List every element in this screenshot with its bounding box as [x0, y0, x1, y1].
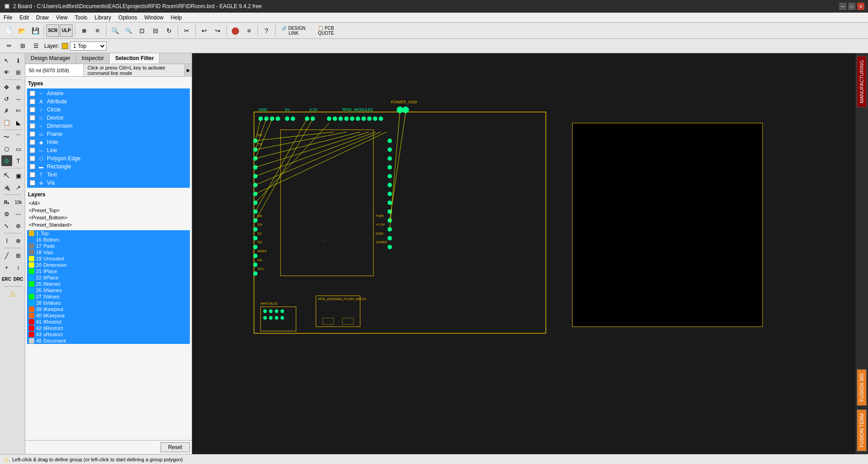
- drc-button[interactable]: ▦: [78, 24, 90, 37]
- menu-draw[interactable]: Draw: [32, 14, 52, 22]
- ratio-tool[interactable]: ↕: [13, 262, 24, 273]
- cut-button[interactable]: ✂: [180, 24, 193, 37]
- eye-tool[interactable]: 👁: [1, 67, 12, 78]
- move-tool[interactable]: ✥: [1, 82, 12, 93]
- type-item[interactable]: ✓ □ Device: [28, 114, 189, 122]
- fanout-tool[interactable]: ↗: [13, 182, 24, 193]
- new-button[interactable]: 📄: [2, 24, 14, 37]
- menu-window[interactable]: Window: [141, 14, 167, 22]
- rotate-tool[interactable]: ↺: [1, 93, 12, 104]
- layer-item[interactable]: 21 tPlace: [27, 268, 190, 274]
- undo-button[interactable]: ↩: [198, 24, 211, 37]
- menu-options[interactable]: Options: [115, 14, 141, 22]
- type-item[interactable]: ✓ ⊕ Via: [28, 179, 189, 187]
- preset-item[interactable]: <Preset_Top>: [27, 207, 190, 214]
- layer-item[interactable]: 43 vRestrict: [27, 331, 190, 338]
- layer-item[interactable]: 41 tRestrict: [27, 319, 190, 325]
- close-button[interactable]: ✕: [857, 3, 864, 10]
- type-item[interactable]: ✓ ⬡ Polygon Edge: [28, 154, 189, 162]
- menu-library[interactable]: Library: [91, 14, 115, 22]
- fusion360-tab-a[interactable]: FUSION 360: [857, 369, 867, 406]
- rect-tool[interactable]: ▭: [13, 144, 24, 154]
- type-item[interactable]: ✓ ◉ Hole: [28, 138, 189, 146]
- name-tool[interactable]: R₁: [1, 197, 12, 208]
- layer-item[interactable]: 26 bNames: [27, 287, 190, 293]
- ratsnest-button[interactable]: ⊞: [91, 24, 104, 37]
- measure-tool[interactable]: ⊞: [13, 250, 24, 261]
- split-tool[interactable]: ⋯: [13, 209, 24, 219]
- group-tool[interactable]: ▣: [13, 170, 24, 181]
- preset-item[interactable]: <All>: [27, 200, 190, 207]
- type-checkbox[interactable]: ✓: [30, 107, 35, 112]
- optimize-tool[interactable]: ⤡: [1, 220, 12, 231]
- type-checkbox[interactable]: ✓: [30, 164, 35, 169]
- manufacturing-tab[interactable]: MANUFACTURING: [857, 56, 867, 107]
- layer-item[interactable]: 27 tValues: [27, 293, 190, 300]
- drc-tool2[interactable]: DRC: [13, 274, 24, 284]
- canvas-area[interactable]: GND 5V 3.3V RFID_MODULE1: [192, 53, 855, 454]
- reset-button[interactable]: Reset: [161, 442, 190, 452]
- type-checkbox[interactable]: ✓: [30, 156, 35, 161]
- menu-edit[interactable]: Edit: [16, 14, 32, 22]
- miter-tool[interactable]: ◣: [13, 117, 24, 128]
- circle-tool[interactable]: ⊙: [1, 155, 12, 166]
- type-checkbox[interactable]: ✓: [30, 148, 35, 153]
- copy-tool[interactable]: ⊕: [13, 82, 24, 93]
- layer-item[interactable]: 40 bKeepout: [27, 312, 190, 319]
- type-item[interactable]: ✓ A Attribute: [28, 97, 189, 106]
- value-tool[interactable]: 10k: [13, 197, 24, 208]
- type-item[interactable]: ✓ ↔ Dimension: [28, 122, 189, 130]
- type-checkbox[interactable]: ✓: [30, 180, 35, 186]
- type-checkbox[interactable]: ✓: [30, 115, 35, 121]
- help-button[interactable]: ?: [260, 24, 273, 37]
- menu-help[interactable]: Help: [167, 14, 186, 22]
- layer-item[interactable]: 1 Top: [27, 230, 190, 237]
- layer-item[interactable]: 19 Unrouted: [27, 255, 190, 262]
- select-tool[interactable]: ↖: [1, 55, 12, 66]
- layer-item[interactable]: 48 Document: [27, 338, 190, 344]
- info-tool[interactable]: ℹ: [13, 55, 24, 66]
- zoom-out-button[interactable]: 🔍: [122, 24, 135, 37]
- type-item[interactable]: ✓ T Text: [28, 171, 189, 179]
- layer-dropdown[interactable]: 1 Top 16 Bottom: [70, 42, 106, 51]
- arc-tool[interactable]: ⌒: [13, 132, 24, 143]
- cut-tool[interactable]: ✄: [13, 105, 24, 116]
- menu-tools[interactable]: Tools: [71, 14, 91, 22]
- menu-view[interactable]: View: [52, 14, 71, 22]
- layer-item[interactable]: 20 Dimension: [27, 262, 190, 268]
- type-checkbox[interactable]: ✓: [30, 139, 35, 145]
- layer-item[interactable]: 17 Pads: [27, 243, 190, 249]
- minimize-button[interactable]: ─: [839, 3, 846, 10]
- open-button[interactable]: 📂: [15, 24, 28, 37]
- plus-tool[interactable]: +: [1, 262, 12, 273]
- rotate-button[interactable]: ↻: [163, 24, 175, 37]
- type-checkbox[interactable]: ✓: [30, 131, 35, 137]
- mirror-tool[interactable]: ↔: [13, 93, 24, 104]
- tab-design-manager[interactable]: Design Manager: [25, 53, 76, 64]
- layer-item[interactable]: 18 Vias: [27, 249, 190, 255]
- stop-button[interactable]: ⬤: [229, 24, 242, 37]
- redo-button[interactable]: ↪: [211, 24, 224, 37]
- zoom-select-button[interactable]: ⊟: [149, 24, 162, 37]
- warning-tool[interactable]: ⚠: [7, 288, 18, 299]
- design-link-button[interactable]: 🔗 DESIGN LINK: [278, 24, 309, 37]
- preset-item[interactable]: <Preset_Standard>: [27, 221, 190, 228]
- zoom-fit-button[interactable]: ⊡: [136, 24, 148, 37]
- zoom-in-button[interactable]: 🔍: [109, 24, 121, 37]
- fusion360-tab-b[interactable]: FUSION TEAM: [857, 409, 867, 451]
- menu-file[interactable]: File: [0, 14, 16, 22]
- layer-item[interactable]: 25 tNames: [27, 281, 190, 287]
- preset-item[interactable]: <Preset_Bottom>: [27, 214, 190, 221]
- layer-vis-tool[interactable]: ⊞: [13, 67, 24, 78]
- pcb-quote-button[interactable]: 📋 PCB QUOTE: [310, 24, 342, 37]
- pad-tool[interactable]: ⊕: [13, 235, 24, 246]
- text-tool[interactable]: T: [13, 155, 24, 166]
- line-tool[interactable]: ╱: [1, 250, 12, 261]
- layer-tool-2[interactable]: ⊞: [17, 41, 28, 51]
- smash-tool[interactable]: ⛏: [1, 170, 12, 181]
- route-tool[interactable]: 🔌: [1, 182, 12, 193]
- type-item[interactable]: ✓ — Line: [28, 146, 189, 154]
- type-item[interactable]: ✓ ▭ Frame: [28, 130, 189, 138]
- airwire-tool[interactable]: ⌇: [1, 235, 12, 246]
- maximize-button[interactable]: □: [848, 3, 855, 10]
